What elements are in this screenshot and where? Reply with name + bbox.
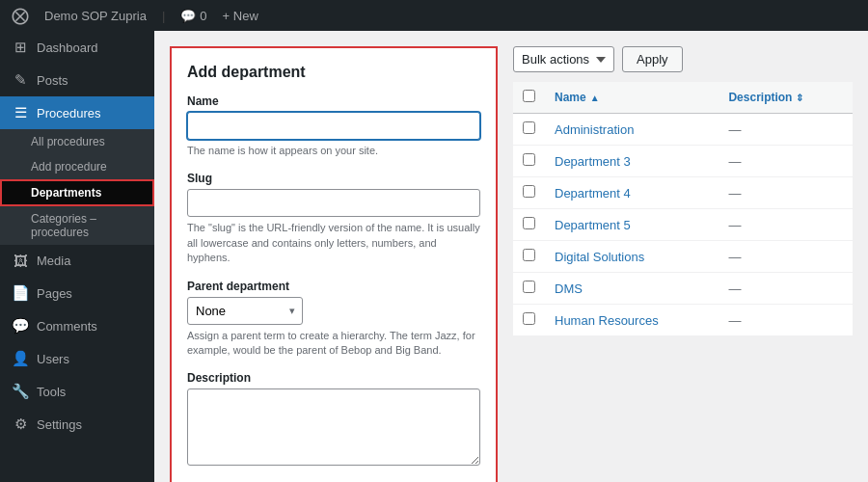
sidebar-item-comments-label: Comments <box>37 319 97 334</box>
row-checkbox[interactable] <box>523 312 535 325</box>
bulk-actions-select[interactable]: Bulk actions <box>513 46 614 72</box>
description-col-header: Description ⇕ <box>719 82 853 114</box>
row-checkbox-cell <box>513 146 545 177</box>
sidebar-item-users[interactable]: 👤 Users <box>0 342 154 375</box>
sort-asc-icon: ▲ <box>590 93 600 103</box>
parent-select[interactable]: None <box>187 297 303 325</box>
description-sort-link[interactable]: Description ⇕ <box>728 91 843 104</box>
parent-group: Parent department None ▾ Assign a parent… <box>187 280 480 359</box>
sidebar-item-procedures-label: Procedures <box>37 106 100 120</box>
row-name-cell: DMS <box>545 273 719 305</box>
sidebar-item-tools-label: Tools <box>37 385 66 399</box>
submenu-departments[interactable]: Departments <box>0 179 154 206</box>
description-group: Description <box>187 371 480 469</box>
row-checkbox[interactable] <box>523 249 535 261</box>
row-checkbox-cell <box>513 273 545 305</box>
department-link[interactable]: Human Resources <box>555 313 659 328</box>
row-description-cell: — <box>719 241 853 273</box>
department-link[interactable]: Department 3 <box>555 154 631 169</box>
sidebar-item-dashboard[interactable]: ⊞ Dashboard <box>0 31 154 64</box>
row-checkbox[interactable] <box>523 121 535 134</box>
row-description-cell: — <box>719 305 853 336</box>
posts-icon: ✎ <box>12 71 29 89</box>
sidebar-item-procedures[interactable]: ☰ Procedures <box>0 96 154 129</box>
row-checkbox-cell <box>513 305 545 336</box>
row-checkbox[interactable] <box>523 185 535 198</box>
row-checkbox[interactable] <box>523 281 535 293</box>
table-row: Department 3 — <box>513 146 853 177</box>
name-group: Name The name is how it appears on your … <box>187 94 480 158</box>
parent-select-wrap: None ▾ <box>187 297 303 325</box>
submenu-all-procedures[interactable]: All procedures <box>0 129 154 154</box>
procedures-icon: ☰ <box>12 104 29 121</box>
row-name-cell: Administration <box>545 114 719 146</box>
comment-icon: 💬 <box>180 9 196 23</box>
tools-icon: 🔧 <box>12 383 29 400</box>
name-input[interactable] <box>187 112 480 140</box>
name-col-label: Name <box>555 91 586 104</box>
table-row: Digital Solutions — <box>513 241 853 273</box>
department-link[interactable]: Department 5 <box>555 218 631 232</box>
wp-logo-icon[interactable]: ⨂ <box>12 5 29 26</box>
form-title: Add department <box>187 64 480 81</box>
submenu-categories[interactable]: Categories –procedures <box>0 206 154 245</box>
row-name-cell: Department 4 <box>545 177 719 209</box>
table-row: Department 4 — <box>513 177 853 209</box>
table-body: Administration — Department 3 — Departme… <box>513 114 853 336</box>
slug-input[interactable] <box>187 189 480 217</box>
apply-button[interactable]: Apply <box>622 46 683 72</box>
table-row: Administration — <box>513 114 853 146</box>
add-department-form: Add department Name The name is how it a… <box>170 46 498 482</box>
comments-link[interactable]: 💬 0 <box>180 9 206 23</box>
department-link[interactable]: Digital Solutions <box>555 250 644 264</box>
row-checkbox-cell <box>513 241 545 273</box>
name-col-header: Name ▲ <box>545 82 719 114</box>
row-checkbox-cell <box>513 209 545 241</box>
sidebar-item-posts[interactable]: ✎ Posts <box>0 64 154 96</box>
description-textarea[interactable] <box>187 388 480 466</box>
slug-hint: The "slug" is the URL-friendly version o… <box>187 221 480 265</box>
media-icon: 🖼 <box>12 253 29 269</box>
dashboard-icon: ⊞ <box>12 39 29 56</box>
list-table-wrap: Bulk actions Apply Name <box>513 46 853 336</box>
row-checkbox[interactable] <box>523 153 535 166</box>
row-description-cell: — <box>719 209 853 241</box>
submenu-add-procedure[interactable]: Add procedure <box>0 154 154 179</box>
table-row: Human Resources — <box>513 305 853 336</box>
sidebar: ⊞ Dashboard ✎ Posts ☰ Procedures All pro… <box>0 31 154 482</box>
settings-icon: ⚙ <box>12 415 29 433</box>
users-icon: 👤 <box>12 350 29 367</box>
sidebar-item-settings[interactable]: ⚙ Settings <box>0 408 154 441</box>
sidebar-item-tools[interactable]: 🔧 Tools <box>0 375 154 408</box>
sidebar-item-posts-label: Posts <box>37 73 68 88</box>
sidebar-item-pages[interactable]: 📄 Pages <box>0 277 154 309</box>
department-link[interactable]: Department 4 <box>555 186 631 201</box>
sidebar-item-settings-label: Settings <box>37 417 82 432</box>
row-checkbox[interactable] <box>523 217 535 229</box>
description-sort-icon: ⇕ <box>796 93 803 103</box>
table-row: DMS — <box>513 273 853 305</box>
procedures-submenu: All procedures Add procedure Departments… <box>0 129 154 245</box>
slug-group: Slug The "slug" is the URL-friendly vers… <box>187 172 480 265</box>
table-row: Department 5 — <box>513 209 853 241</box>
row-description-cell: — <box>719 146 853 177</box>
parent-hint: Assign a parent term to create a hierarc… <box>187 329 480 359</box>
check-all-checkbox[interactable] <box>523 90 535 102</box>
new-menu[interactable]: + New <box>223 9 258 23</box>
row-name-cell: Human Resources <box>545 305 719 336</box>
department-link[interactable]: DMS <box>555 281 583 296</box>
row-name-cell: Department 3 <box>545 146 719 177</box>
description-col-label: Description <box>728 91 792 104</box>
department-link[interactable]: Administration <box>555 122 634 137</box>
row-name-cell: Department 5 <box>545 209 719 241</box>
sidebar-item-media[interactable]: 🖼 Media <box>0 245 154 277</box>
name-sort-link[interactable]: Name ▲ <box>555 91 709 104</box>
departments-table: Name ▲ Description ⇕ <box>513 82 853 336</box>
row-description-cell: — <box>719 177 853 209</box>
row-description-cell: — <box>719 114 853 146</box>
site-name[interactable]: Demo SOP Zupria <box>44 9 147 23</box>
sidebar-item-comments[interactable]: 💬 Comments <box>0 309 154 342</box>
slug-label: Slug <box>187 172 480 185</box>
sidebar-item-pages-label: Pages <box>37 286 72 301</box>
sidebar-item-dashboard-label: Dashboard <box>37 40 98 55</box>
